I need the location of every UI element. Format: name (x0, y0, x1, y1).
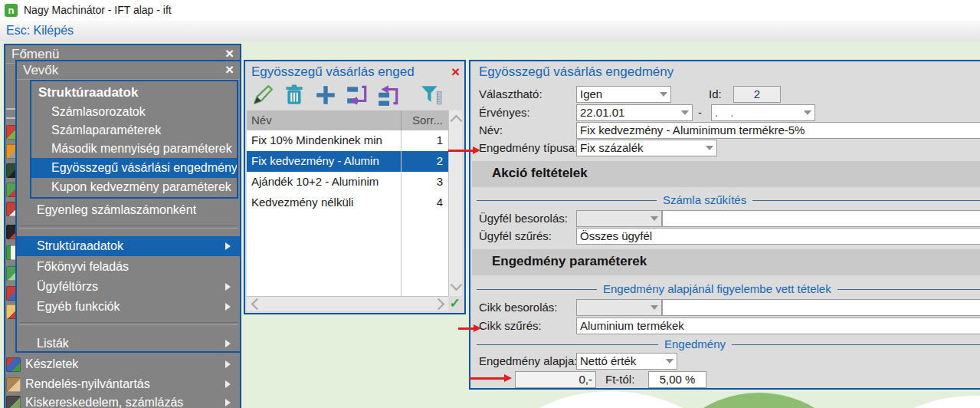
chevron-down-icon (706, 146, 713, 150)
ervenyes-from-dropdown[interactable]: 22.01.01 (576, 104, 693, 121)
group-title: Számla szűkítés (657, 193, 752, 206)
nev-field[interactable]: Fix kedvezmény - Aluminimum termékre-5% (576, 122, 980, 139)
menu-item-label: Kiskereskedelem, számlázás (25, 396, 183, 408)
chevron-down-icon (651, 305, 658, 310)
delete-trash-icon[interactable] (283, 84, 306, 107)
submenu-item-szamlasorozatok[interactable]: Számlasorozatok (31, 103, 237, 121)
nev-label: Név: (479, 123, 503, 137)
cikk-szures-field[interactable]: Aluminium termékek (576, 318, 980, 334)
cell-empty (401, 275, 449, 296)
discount-list-panel: Egyösszegű vásárlás enged × Név Sorr... … (244, 60, 466, 314)
fomenu-item-keszletek[interactable]: Készletek (5, 355, 240, 373)
ervenyes-to-dropdown[interactable]: . . (711, 104, 815, 121)
cell-sorr: 3 (401, 172, 449, 192)
annotation-arrow (458, 324, 481, 333)
detail-panel-title: Egyösszegű vásárlás engedmény (479, 64, 674, 80)
vevok-item-egyenleg[interactable]: Egyenleg számlaszámonként (17, 201, 240, 219)
table-row-empty[interactable] (247, 275, 448, 297)
fttol-label: Ft-tól: (605, 373, 634, 386)
menu-item-label: Egyösszegű vásárlási engedmény (51, 161, 237, 174)
table-row[interactable]: Ajándék 10+2 - Aluminim 3 (247, 172, 448, 193)
cell-sorr: 4 (401, 192, 449, 213)
cell-sorr: 2 (401, 151, 449, 172)
vevok-item-ugyfeltorzs[interactable]: Ügyféltörzs (17, 278, 240, 296)
edit-pencil-icon[interactable] (251, 84, 274, 107)
percent-field[interactable]: 5,00 % (648, 371, 706, 388)
menu-item-label: Egyéb funkciók (37, 300, 120, 313)
table-header[interactable]: Név Sorr... (247, 110, 448, 131)
column-header-nev[interactable]: Név (247, 110, 401, 130)
table-row-empty[interactable] (247, 255, 448, 276)
table-row-empty[interactable] (247, 213, 448, 235)
add-plus-icon[interactable] (314, 84, 337, 107)
table-row-empty[interactable] (247, 234, 448, 255)
exit-menu-item[interactable]: Esc: Kilépés (6, 24, 74, 38)
list-panel-title: Egyösszegű vásárlás enged (251, 64, 447, 80)
sort-move-down-icon[interactable] (346, 84, 369, 107)
chevron-down-icon (804, 110, 811, 115)
fomenu-item-rendeles[interactable]: Rendelés-nyilvántartás (5, 375, 240, 393)
cikk-besorolas-dropdown[interactable] (576, 299, 662, 316)
window-title: Nagy Machinátor - IFT alap - ift (24, 4, 172, 16)
logo-watermark-circle (650, 393, 868, 408)
cell-empty (401, 213, 449, 234)
submenu-item-kupon[interactable]: Kupon kedvezmény paraméterek (31, 178, 237, 196)
table-row[interactable]: Kedvezmény nélküli 4 (247, 192, 448, 214)
id-label: Id: (709, 87, 722, 100)
list-panel-close-icon[interactable]: × (451, 64, 460, 80)
ugyfel-szures-field[interactable]: Összes ügyfél (576, 228, 980, 245)
annotation-arrow (448, 146, 480, 155)
menu-item-label: Rendelés-nyilvántartás (25, 377, 150, 390)
vevok-item-strukturaadatok[interactable]: Struktúraadatok (17, 236, 240, 256)
ugyfel-besorolas-dropdown[interactable] (576, 210, 662, 227)
dropdown-value: Nettó érték (580, 354, 636, 367)
menu-item-label: Struktúraadatok (37, 239, 123, 252)
fomenu-item-kiskereskedelem[interactable]: Kiskereskedelem, számlázás (5, 393, 240, 408)
group-engedmeny-alapjanal: Engedmény alapjánál figyelembe vett téte… (477, 282, 980, 296)
cell-nev: Ajándék 10+2 - Aluminim (247, 172, 401, 192)
scroll-left-icon[interactable] (251, 298, 264, 311)
menu-item-label: Főkönyvi feladás (37, 260, 129, 273)
vevok-item-listak[interactable]: Listák (17, 334, 240, 353)
alapja-dropdown[interactable]: Nettó érték (576, 353, 677, 370)
submenu-item-szamlaparameterek[interactable]: Számlaparaméterek (31, 121, 237, 140)
submenu-arrow-icon (225, 242, 231, 250)
cell-empty (247, 213, 401, 234)
section-akcio-feltetelek: Akció feltételek (472, 161, 980, 187)
vertical-scrollbar[interactable] (448, 110, 462, 296)
valaszthato-dropdown[interactable]: Igen (576, 86, 671, 103)
vevok-item-fokonyvi[interactable]: Főkönyvi feladás (17, 258, 240, 276)
filter-funnel-icon[interactable] (420, 84, 443, 107)
tipus-dropdown[interactable]: Fix százalék (576, 140, 717, 156)
cell-empty (401, 234, 449, 255)
tipus-label: Engedmény típusa: (479, 141, 578, 154)
submenu-item-masodik-mennyiseg[interactable]: Második mennyiség paraméterek (31, 140, 237, 158)
horizontal-scrollbar[interactable] (247, 296, 448, 311)
cikk-besorolas-field[interactable] (662, 299, 980, 316)
submenu-arrow-icon (225, 380, 231, 388)
id-field[interactable]: 2 (733, 86, 781, 103)
menu-item-label: Készletek (25, 357, 78, 370)
scroll-up-icon[interactable] (451, 115, 463, 127)
strukturaadatok-submenu: Struktúraadatok Számlasorozatok Számlapa… (30, 80, 238, 199)
column-header-sorr[interactable]: Sorr... (401, 110, 449, 130)
scroll-right-icon[interactable] (433, 298, 445, 311)
valaszthato-label: Választható: (479, 87, 542, 100)
alapja-label: Engedmény alapja: (479, 354, 577, 367)
table-row[interactable]: Fix 10% Mindenkinek min 1 (247, 130, 448, 152)
menu-bar: Esc: Kilépés (0, 21, 980, 42)
table-row-selected[interactable]: Fix kedvezmény - Alumin 2 (247, 151, 448, 173)
cell-empty (401, 255, 449, 275)
sort-move-up-icon[interactable] (377, 84, 400, 107)
chevron-down-icon (651, 216, 658, 221)
submenu-item-egyosszegu[interactable]: Egyösszegű vásárlási engedmény (31, 158, 237, 178)
cell-sorr: 1 (401, 130, 449, 151)
vevok-close-icon[interactable]: × (225, 61, 234, 78)
inventory-cube-icon (6, 357, 21, 372)
confirm-check-button[interactable]: ✓ (448, 296, 461, 310)
ugyfel-besorolas-field[interactable] (662, 210, 980, 227)
threshold-amount-field[interactable]: 0,- (515, 371, 596, 388)
scroll-down-icon[interactable] (451, 279, 463, 291)
vevok-item-egyeb[interactable]: Egyéb funkciók (17, 298, 240, 316)
chevron-down-icon (660, 92, 667, 97)
